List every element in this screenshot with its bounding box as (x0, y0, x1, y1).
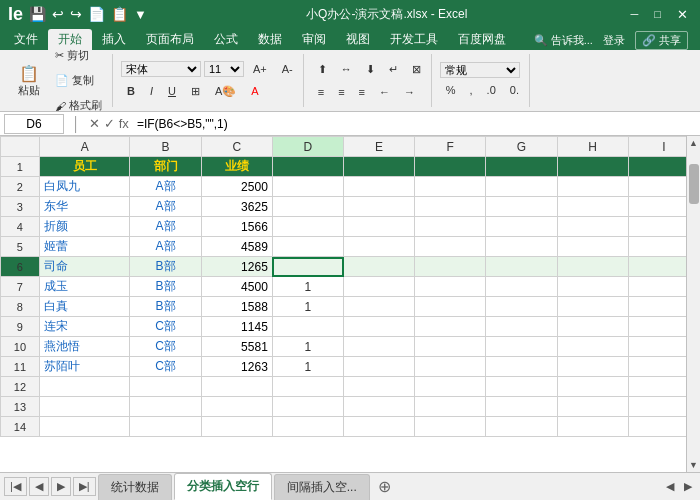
cell-B5[interactable]: A部 (130, 237, 201, 257)
cell-A8[interactable]: 白真 (39, 297, 130, 317)
align-center-btn[interactable]: ≡ (332, 82, 350, 102)
cell-H9[interactable] (557, 317, 628, 337)
row-num-8[interactable]: 8 (1, 297, 40, 317)
row-num-4[interactable]: 4 (1, 217, 40, 237)
scroll-thumb[interactable] (689, 164, 699, 204)
cell-F14[interactable] (415, 417, 486, 437)
align-middle-btn[interactable]: ↔ (335, 59, 358, 80)
percent-btn[interactable]: % (440, 80, 462, 100)
col-header-A[interactable]: A (39, 137, 130, 157)
font-size-select[interactable]: 11 (204, 61, 244, 77)
cell-H2[interactable] (557, 177, 628, 197)
cell-A11[interactable]: 苏陌叶 (39, 357, 130, 377)
row-num-10[interactable]: 10 (1, 337, 40, 357)
cell-H4[interactable] (557, 217, 628, 237)
decrease-font-btn[interactable]: A- (276, 59, 299, 79)
cell-D13[interactable] (272, 397, 343, 417)
increase-decimal-btn[interactable]: .0 (481, 80, 502, 100)
undo-icon[interactable]: ↩ (52, 6, 64, 22)
row-num-13[interactable]: 13 (1, 397, 40, 417)
cell-G13[interactable] (486, 397, 557, 417)
tab-formula[interactable]: 公式 (204, 29, 248, 50)
italic-button[interactable]: I (144, 81, 159, 102)
cell-B14[interactable] (130, 417, 201, 437)
cell-E13[interactable] (344, 397, 415, 417)
cell-A1[interactable]: 员工 (39, 157, 130, 177)
cell-G11[interactable] (486, 357, 557, 377)
cell-E5[interactable] (344, 237, 415, 257)
share-btn[interactable]: 🔗 共享 (635, 31, 688, 50)
sheet-tab-stats[interactable]: 统计数据 (98, 474, 172, 500)
cell-C7[interactable]: 4500 (201, 277, 272, 297)
cell-D1[interactable] (272, 157, 343, 177)
cell-B8[interactable]: B部 (130, 297, 201, 317)
border-button[interactable]: ⊞ (185, 81, 206, 102)
tab-developer[interactable]: 开发工具 (380, 29, 448, 50)
comma-btn[interactable]: , (464, 80, 479, 100)
copy-button[interactable]: 📄复制 (49, 69, 108, 92)
cell-F9[interactable] (415, 317, 486, 337)
cell-E7[interactable] (344, 277, 415, 297)
merge-btn[interactable]: ⊠ (406, 59, 427, 80)
cell-A12[interactable] (39, 377, 130, 397)
cell-H5[interactable] (557, 237, 628, 257)
row-num-2[interactable]: 2 (1, 177, 40, 197)
cell-A10[interactable]: 燕池悟 (39, 337, 130, 357)
cell-E2[interactable] (344, 177, 415, 197)
cell-E12[interactable] (344, 377, 415, 397)
scroll-down-btn[interactable]: ▼ (687, 458, 700, 472)
cell-C5[interactable]: 4589 (201, 237, 272, 257)
cell-B1[interactable]: 部门 (130, 157, 201, 177)
cell-E1[interactable] (344, 157, 415, 177)
cell-H13[interactable] (557, 397, 628, 417)
col-header-B[interactable]: B (130, 137, 201, 157)
sheet-tab-interval-insert[interactable]: 间隔插入空... (274, 474, 370, 500)
maximize-button[interactable]: □ (650, 6, 665, 22)
row-num-9[interactable]: 9 (1, 317, 40, 337)
scroll-up-btn[interactable]: ▲ (687, 136, 700, 150)
cell-D14[interactable] (272, 417, 343, 437)
cell-B10[interactable]: C部 (130, 337, 201, 357)
number-format-select[interactable]: 常规 (440, 62, 520, 78)
col-header-H[interactable]: H (557, 137, 628, 157)
cell-F4[interactable] (415, 217, 486, 237)
col-header-C[interactable]: C (201, 137, 272, 157)
redo-icon[interactable]: ↪ (70, 6, 82, 22)
cell-C2[interactable]: 2500 (201, 177, 272, 197)
font-family-select[interactable]: 宋体 (121, 61, 201, 77)
font-color-button[interactable]: A (245, 81, 264, 102)
cell-D8[interactable]: 1 (272, 297, 343, 317)
cell-A7[interactable]: 成玉 (39, 277, 130, 297)
vertical-scrollbar[interactable]: ▲ ▼ (686, 136, 700, 472)
cell-E11[interactable] (344, 357, 415, 377)
cell-E6[interactable] (344, 257, 415, 277)
cell-F7[interactable] (415, 277, 486, 297)
cell-G8[interactable] (486, 297, 557, 317)
cell-F10[interactable] (415, 337, 486, 357)
cell-G1[interactable] (486, 157, 557, 177)
cell-F11[interactable] (415, 357, 486, 377)
cell-A3[interactable]: 东华 (39, 197, 130, 217)
row-num-14[interactable]: 14 (1, 417, 40, 437)
cell-B7[interactable]: B部 (130, 277, 201, 297)
tab-view[interactable]: 视图 (336, 29, 380, 50)
cell-F8[interactable] (415, 297, 486, 317)
formula-input[interactable] (133, 115, 696, 133)
cell-reference-input[interactable] (4, 114, 64, 134)
tab-review[interactable]: 审阅 (292, 29, 336, 50)
cell-H1[interactable] (557, 157, 628, 177)
cell-A13[interactable] (39, 397, 130, 417)
cell-H8[interactable] (557, 297, 628, 317)
login-btn[interactable]: 登录 (603, 33, 625, 48)
row-num-6[interactable]: 6 (1, 257, 40, 277)
cell-H12[interactable] (557, 377, 628, 397)
cell-C11[interactable]: 1263 (201, 357, 272, 377)
cell-A4[interactable]: 折颜 (39, 217, 130, 237)
cell-D4[interactable] (272, 217, 343, 237)
cell-D3[interactable] (272, 197, 343, 217)
row-num-3[interactable]: 3 (1, 197, 40, 217)
copy-icon[interactable]: 📋 (111, 6, 128, 22)
customize-qat-btn[interactable]: ▼ (134, 7, 147, 22)
cell-C3[interactable]: 3625 (201, 197, 272, 217)
cell-D7[interactable]: 1 (272, 277, 343, 297)
